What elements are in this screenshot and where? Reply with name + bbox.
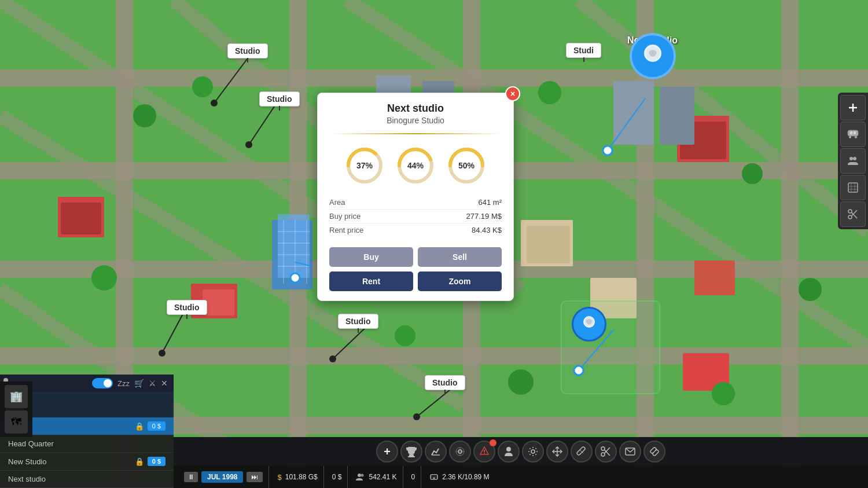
panel-item-hr-right: 🔒 0 $ (135, 421, 165, 431)
svg-point-107 (601, 453, 605, 456)
pause-button[interactable]: ⏸ (184, 472, 198, 482)
circle-50: 50% (446, 145, 487, 186)
modal-stats: Area 641 m² Buy price 277.19 M$ Rent pri… (318, 191, 513, 241)
wrench-button[interactable] (571, 441, 593, 463)
modal-header: Next studio Binogure Studio (318, 93, 513, 127)
rent-button[interactable]: Rent (329, 271, 413, 291)
storage-display: 2.36 K/10.89 M (442, 473, 489, 481)
svg-point-82 (855, 136, 857, 138)
svg-point-101 (506, 447, 511, 452)
svg-rect-87 (848, 183, 858, 192)
svg-rect-39 (613, 81, 654, 145)
svg-rect-29 (203, 289, 234, 315)
modal-close-button[interactable]: × (505, 86, 520, 101)
tools-icon[interactable]: ⚔ (149, 379, 156, 388)
svg-rect-27 (61, 203, 101, 234)
svg-point-81 (849, 136, 851, 138)
panel-item-new-studio[interactable]: New Studio 🔒 0 $ (0, 453, 174, 471)
studio-label-5: Studio (425, 375, 465, 390)
link-button[interactable] (643, 441, 665, 463)
cross-icon[interactable]: ✕ (161, 379, 168, 388)
transit-button[interactable] (840, 122, 866, 147)
buy-button[interactable]: Buy (329, 247, 413, 267)
studio-label-1: Studio (227, 43, 268, 58)
person-button[interactable] (498, 441, 520, 463)
svg-point-89 (848, 215, 852, 219)
date-display: JUL 1998 (201, 471, 243, 483)
left-icon-panel: 🏢 🗺 (0, 381, 32, 437)
storage-icon (429, 472, 439, 482)
svg-point-44 (538, 81, 561, 104)
people-button[interactable] (840, 148, 866, 174)
svg-point-85 (849, 157, 853, 160)
alert-badge (490, 439, 496, 446)
svg-point-102 (531, 450, 535, 453)
scissors-tool-button[interactable] (840, 201, 866, 227)
svg-rect-32 (694, 260, 735, 295)
svg-point-49 (508, 369, 534, 395)
building-icon-button[interactable]: 🏢 (5, 385, 28, 408)
zoom-button[interactable]: Zoom (418, 271, 502, 291)
svg-point-86 (853, 157, 856, 160)
money2-section: 0 $ (326, 466, 348, 488)
svg-rect-93 (408, 456, 415, 457)
zoom-in-button[interactable] (840, 95, 866, 120)
svg-point-57 (159, 350, 165, 357)
arrows-button[interactable] (546, 441, 568, 463)
money2-display: 0 $ (332, 473, 342, 481)
fast-forward-button[interactable]: ⏭ (247, 472, 263, 482)
svg-rect-83 (850, 131, 852, 134)
svg-rect-92 (409, 454, 414, 456)
modal-divider (329, 133, 502, 134)
svg-point-50 (712, 382, 735, 405)
dollar-icon: $ (277, 473, 281, 482)
hr-circle-area[interactable]: HR (583, 307, 595, 317)
population-section: 542.41 K (350, 466, 403, 488)
gear-settings-button[interactable] (522, 441, 544, 463)
panel-item-hq[interactable]: Head Quarter (0, 435, 174, 453)
svg-rect-10 (781, 0, 799, 488)
population-icon (356, 472, 365, 482)
svg-rect-80 (848, 130, 858, 136)
map-view-button[interactable] (840, 175, 866, 200)
svg-point-55 (245, 141, 252, 148)
svg-point-65 (574, 366, 583, 375)
svg-point-46 (91, 265, 117, 291)
studio-label-4: Studio (338, 314, 378, 329)
studio-label-3: Studio (167, 300, 207, 315)
svg-point-53 (211, 100, 218, 107)
playback-section: ⏸ JUL 1998 ⏭ (178, 466, 269, 488)
new-studio-circle[interactable] (630, 33, 676, 79)
svg-point-45 (742, 163, 763, 184)
chart-button[interactable] (425, 441, 447, 463)
stat-buy-price: Buy price 277.19 M$ (329, 210, 502, 223)
lock-icon-new-studio: 🔒 (135, 457, 144, 466)
map-icon-button[interactable]: 🗺 (5, 410, 28, 434)
alert-button[interactable] (473, 441, 495, 463)
count-section: 0 (406, 466, 422, 488)
svg-point-88 (848, 210, 852, 213)
svg-point-106 (601, 447, 605, 450)
svg-point-67 (290, 273, 300, 282)
modal-circles: 37% 44% 50% (318, 140, 513, 191)
svg-rect-84 (854, 131, 856, 134)
mail-button[interactable] (619, 441, 641, 463)
new-studio-area[interactable]: New Studio (627, 33, 678, 46)
storage-section: 2.36 K/10.89 M (424, 466, 495, 488)
svg-point-100 (484, 453, 485, 454)
money-display: 101.88 G$ (285, 473, 318, 481)
hr-circle[interactable] (572, 307, 606, 342)
cart-icon[interactable]: 🛒 (134, 379, 144, 388)
auto-toggle[interactable] (92, 378, 113, 388)
sell-button[interactable]: Sell (418, 247, 502, 267)
bottom-icons-bar: + (174, 437, 868, 466)
panel-item-next-studio[interactable]: Next studio (0, 471, 174, 488)
tech-button[interactable] (449, 441, 471, 463)
sleep-icon[interactable]: Zzz (117, 379, 130, 388)
svg-point-59 (329, 355, 336, 362)
svg-rect-18 (278, 214, 310, 278)
svg-rect-35 (527, 226, 570, 263)
scissors-button[interactable] (595, 441, 617, 463)
trophy-button[interactable] (400, 441, 422, 463)
add-button[interactable]: + (376, 441, 398, 463)
